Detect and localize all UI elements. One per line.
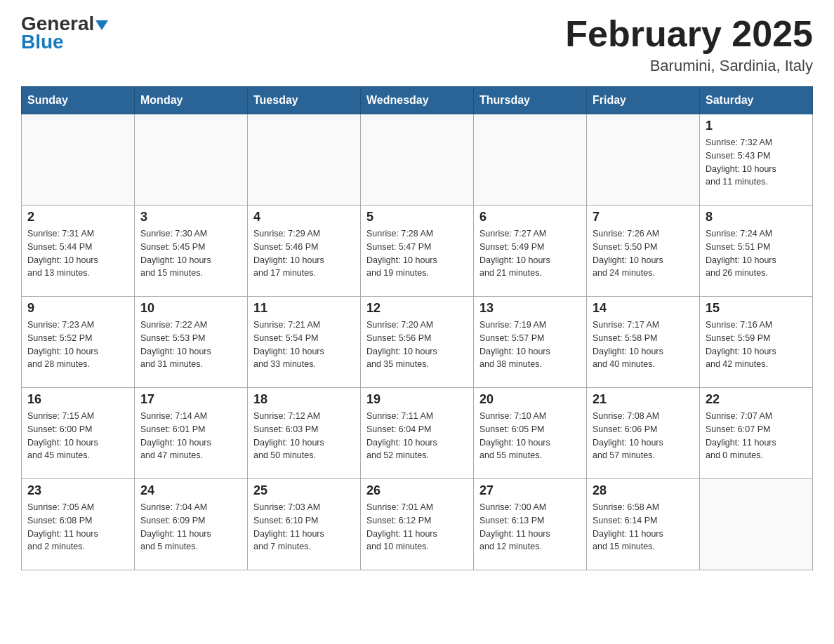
- calendar-cell: 22Sunrise: 7:07 AM Sunset: 6:07 PM Dayli…: [700, 388, 813, 479]
- calendar-cell: 28Sunrise: 6:58 AM Sunset: 6:14 PM Dayli…: [587, 479, 700, 570]
- day-number: 21: [593, 392, 694, 407]
- day-info: Sunrise: 7:14 AM Sunset: 6:01 PM Dayligh…: [140, 410, 241, 462]
- day-number: 6: [479, 210, 581, 224]
- day-number: 25: [253, 483, 355, 498]
- day-number: 17: [140, 392, 241, 407]
- weekday-header-saturday: Saturday: [700, 87, 813, 114]
- day-number: 12: [366, 301, 468, 316]
- day-number: 4: [253, 210, 355, 224]
- calendar-cell: 27Sunrise: 7:00 AM Sunset: 6:13 PM Dayli…: [474, 479, 587, 570]
- day-number: 20: [479, 392, 581, 407]
- day-number: 7: [593, 210, 694, 224]
- day-info: Sunrise: 7:22 AM Sunset: 5:53 PM Dayligh…: [140, 318, 241, 371]
- calendar-cell: 5Sunrise: 7:28 AM Sunset: 5:47 PM Daylig…: [361, 206, 474, 297]
- day-number: 19: [366, 392, 468, 407]
- day-info: Sunrise: 7:17 AM Sunset: 5:58 PM Dayligh…: [593, 318, 694, 371]
- day-info: Sunrise: 7:08 AM Sunset: 6:06 PM Dayligh…: [593, 410, 694, 462]
- calendar-cell: 9Sunrise: 7:23 AM Sunset: 5:52 PM Daylig…: [22, 297, 135, 388]
- day-number: 22: [706, 392, 807, 407]
- weekday-header-wednesday: Wednesday: [361, 87, 474, 114]
- day-info: Sunrise: 7:01 AM Sunset: 6:12 PM Dayligh…: [366, 501, 468, 554]
- day-number: 16: [27, 392, 128, 407]
- week-row-5: 23Sunrise: 7:05 AM Sunset: 6:08 PM Dayli…: [22, 479, 813, 570]
- calendar-cell: [361, 114, 474, 206]
- day-number: 5: [366, 210, 468, 224]
- week-row-4: 16Sunrise: 7:15 AM Sunset: 6:00 PM Dayli…: [22, 388, 813, 479]
- calendar-cell: 4Sunrise: 7:29 AM Sunset: 5:46 PM Daylig…: [248, 206, 361, 297]
- day-info: Sunrise: 7:12 AM Sunset: 6:03 PM Dayligh…: [253, 410, 355, 462]
- calendar-cell: 6Sunrise: 7:27 AM Sunset: 5:49 PM Daylig…: [474, 206, 587, 297]
- logo: General Blue: [21, 14, 108, 53]
- calendar-cell: 17Sunrise: 7:14 AM Sunset: 6:01 PM Dayli…: [135, 388, 248, 479]
- day-number: 2: [27, 210, 128, 224]
- calendar-cell: 21Sunrise: 7:08 AM Sunset: 6:06 PM Dayli…: [587, 388, 700, 479]
- day-info: Sunrise: 7:15 AM Sunset: 6:00 PM Dayligh…: [27, 410, 128, 462]
- day-info: Sunrise: 7:24 AM Sunset: 5:51 PM Dayligh…: [706, 227, 807, 280]
- day-info: Sunrise: 7:30 AM Sunset: 5:45 PM Dayligh…: [140, 227, 241, 280]
- day-info: Sunrise: 7:29 AM Sunset: 5:46 PM Dayligh…: [253, 227, 355, 280]
- calendar-cell: 14Sunrise: 7:17 AM Sunset: 5:58 PM Dayli…: [587, 297, 700, 388]
- day-number: 24: [140, 483, 241, 498]
- day-number: 1: [706, 119, 807, 133]
- weekday-header-friday: Friday: [587, 87, 700, 114]
- day-info: Sunrise: 7:10 AM Sunset: 6:05 PM Dayligh…: [479, 410, 581, 462]
- day-number: 26: [366, 483, 468, 498]
- day-number: 18: [253, 392, 355, 407]
- calendar-cell: 13Sunrise: 7:19 AM Sunset: 5:57 PM Dayli…: [474, 297, 587, 388]
- day-number: 27: [479, 483, 581, 498]
- calendar-cell: 10Sunrise: 7:22 AM Sunset: 5:53 PM Dayli…: [135, 297, 248, 388]
- weekday-header-sunday: Sunday: [22, 87, 135, 114]
- calendar-cell: [587, 114, 700, 206]
- day-info: Sunrise: 7:19 AM Sunset: 5:57 PM Dayligh…: [479, 318, 581, 371]
- week-row-1: 1Sunrise: 7:32 AM Sunset: 5:43 PM Daylig…: [22, 114, 813, 206]
- day-info: Sunrise: 7:27 AM Sunset: 5:49 PM Dayligh…: [479, 227, 581, 280]
- calendar-cell: 20Sunrise: 7:10 AM Sunset: 6:05 PM Dayli…: [474, 388, 587, 479]
- calendar-cell: 11Sunrise: 7:21 AM Sunset: 5:54 PM Dayli…: [248, 297, 361, 388]
- weekday-header-row: SundayMondayTuesdayWednesdayThursdayFrid…: [22, 87, 813, 114]
- calendar-cell: [700, 479, 813, 570]
- day-info: Sunrise: 6:58 AM Sunset: 6:14 PM Dayligh…: [593, 501, 694, 554]
- day-number: 9: [27, 301, 128, 316]
- day-info: Sunrise: 7:16 AM Sunset: 5:59 PM Dayligh…: [706, 318, 807, 371]
- day-info: Sunrise: 7:05 AM Sunset: 6:08 PM Dayligh…: [27, 501, 128, 554]
- calendar-cell: 19Sunrise: 7:11 AM Sunset: 6:04 PM Dayli…: [361, 388, 474, 479]
- day-info: Sunrise: 7:07 AM Sunset: 6:07 PM Dayligh…: [706, 410, 807, 462]
- calendar-cell: [474, 114, 587, 206]
- calendar-cell: 8Sunrise: 7:24 AM Sunset: 5:51 PM Daylig…: [700, 206, 813, 297]
- day-info: Sunrise: 7:32 AM Sunset: 5:43 PM Dayligh…: [706, 136, 807, 189]
- day-info: Sunrise: 7:23 AM Sunset: 5:52 PM Dayligh…: [27, 318, 128, 371]
- day-number: 15: [706, 301, 807, 316]
- week-row-2: 2Sunrise: 7:31 AM Sunset: 5:44 PM Daylig…: [22, 206, 813, 297]
- title-block: February 2025 Barumini, Sardinia, Italy: [565, 14, 813, 75]
- day-info: Sunrise: 7:31 AM Sunset: 5:44 PM Dayligh…: [27, 227, 128, 280]
- location-title: Barumini, Sardinia, Italy: [565, 57, 813, 75]
- month-title: February 2025: [565, 14, 813, 54]
- day-info: Sunrise: 7:26 AM Sunset: 5:50 PM Dayligh…: [593, 227, 694, 280]
- day-info: Sunrise: 7:00 AM Sunset: 6:13 PM Dayligh…: [479, 501, 581, 554]
- day-number: 28: [593, 483, 694, 498]
- day-number: 11: [253, 301, 355, 316]
- day-info: Sunrise: 7:04 AM Sunset: 6:09 PM Dayligh…: [140, 501, 241, 554]
- calendar-cell: 7Sunrise: 7:26 AM Sunset: 5:50 PM Daylig…: [587, 206, 700, 297]
- calendar-cell: 24Sunrise: 7:04 AM Sunset: 6:09 PM Dayli…: [135, 479, 248, 570]
- calendar-cell: 26Sunrise: 7:01 AM Sunset: 6:12 PM Dayli…: [361, 479, 474, 570]
- day-info: Sunrise: 7:20 AM Sunset: 5:56 PM Dayligh…: [366, 318, 468, 371]
- calendar-cell: 1Sunrise: 7:32 AM Sunset: 5:43 PM Daylig…: [700, 114, 813, 206]
- weekday-header-monday: Monday: [135, 87, 248, 114]
- day-number: 23: [27, 483, 128, 498]
- calendar-cell: [22, 114, 135, 206]
- calendar-cell: 3Sunrise: 7:30 AM Sunset: 5:45 PM Daylig…: [135, 206, 248, 297]
- calendar-cell: [135, 114, 248, 206]
- day-info: Sunrise: 7:28 AM Sunset: 5:47 PM Dayligh…: [366, 227, 468, 280]
- calendar-cell: 18Sunrise: 7:12 AM Sunset: 6:03 PM Dayli…: [248, 388, 361, 479]
- calendar-cell: 2Sunrise: 7:31 AM Sunset: 5:44 PM Daylig…: [22, 206, 135, 297]
- calendar-cell: 25Sunrise: 7:03 AM Sunset: 6:10 PM Dayli…: [248, 479, 361, 570]
- calendar-cell: 12Sunrise: 7:20 AM Sunset: 5:56 PM Dayli…: [361, 297, 474, 388]
- weekday-header-thursday: Thursday: [474, 87, 587, 114]
- weekday-header-tuesday: Tuesday: [248, 87, 361, 114]
- week-row-3: 9Sunrise: 7:23 AM Sunset: 5:52 PM Daylig…: [22, 297, 813, 388]
- logo-blue: Blue: [21, 31, 64, 53]
- day-number: 8: [706, 210, 807, 224]
- calendar-cell: 16Sunrise: 7:15 AM Sunset: 6:00 PM Dayli…: [22, 388, 135, 479]
- day-info: Sunrise: 7:21 AM Sunset: 5:54 PM Dayligh…: [253, 318, 355, 371]
